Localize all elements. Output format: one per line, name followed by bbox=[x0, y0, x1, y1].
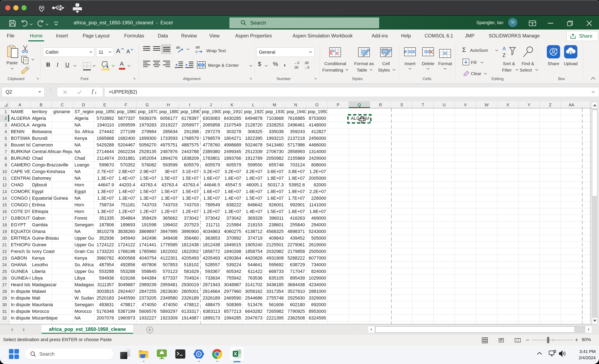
svg-text:→0: →0 bbox=[304, 66, 309, 69]
svg-text:ab: ab bbox=[195, 45, 200, 49]
svg-text:←0: ←0 bbox=[294, 61, 299, 65]
svg-text:.00: .00 bbox=[304, 61, 309, 65]
svg-text:Z: Z bbox=[502, 53, 506, 58]
svg-text:.00: .00 bbox=[294, 66, 298, 69]
svg-text:A: A bbox=[502, 46, 506, 51]
svg-text:c: c bbox=[195, 49, 198, 54]
svg-text:ab: ab bbox=[176, 45, 180, 50]
